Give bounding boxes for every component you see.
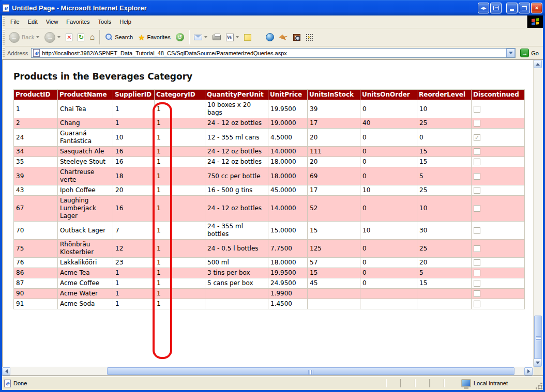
refresh-button[interactable]: ↻ bbox=[75, 33, 87, 42]
table-cell: Chang bbox=[58, 118, 113, 129]
maximize-button[interactable] bbox=[519, 3, 530, 13]
address-dropdown-button[interactable] bbox=[506, 49, 515, 57]
vertical-scroll-thumb[interactable] bbox=[534, 316, 542, 361]
snippet-tool-button[interactable] bbox=[303, 33, 315, 42]
menu-file[interactable]: File bbox=[6, 17, 24, 27]
table-cell: 70 bbox=[14, 222, 58, 240]
table-cell: 19.9500 bbox=[268, 268, 308, 278]
table-cell bbox=[360, 289, 417, 299]
table-cell: 87 bbox=[14, 278, 58, 289]
menu-favorites[interactable]: Favorites bbox=[62, 17, 94, 27]
scroll-up-button[interactable] bbox=[534, 60, 542, 68]
discontinued-checkbox bbox=[474, 290, 480, 297]
discontinued-checkbox bbox=[474, 159, 480, 165]
menu-help[interactable]: Help bbox=[115, 17, 135, 27]
pan-arrows-button[interactable]: ◂▸ bbox=[478, 3, 489, 13]
horizontal-scrollbar[interactable] bbox=[2, 367, 534, 376]
column-header-unitsonorder: UnitsOnOrder bbox=[360, 90, 417, 100]
word-dropdown-icon[interactable] bbox=[236, 36, 239, 38]
local-intranet-icon bbox=[461, 379, 471, 387]
table-cell: 20 bbox=[308, 129, 360, 147]
table-cell: 14.0000 bbox=[268, 196, 308, 222]
back-button[interactable]: ← Back bbox=[6, 31, 42, 44]
forward-dropdown-icon[interactable] bbox=[57, 36, 60, 38]
table-cell: 1 bbox=[155, 240, 205, 258]
close-button[interactable]: × bbox=[531, 3, 542, 13]
browser-viewport: Products in the Beverages Category Produ… bbox=[2, 60, 533, 367]
address-label: Address bbox=[7, 50, 28, 56]
menu-edit[interactable]: Edit bbox=[24, 17, 42, 27]
blue-sphere-icon bbox=[266, 33, 274, 41]
search-icon bbox=[104, 33, 113, 41]
toolbar-grip[interactable] bbox=[3, 29, 5, 45]
search-button[interactable]: Search bbox=[102, 32, 135, 42]
minimize-button[interactable] bbox=[506, 3, 518, 13]
resize-grip[interactable] bbox=[536, 383, 542, 389]
scroll-down-button[interactable] bbox=[534, 358, 542, 367]
table-row: 90Acme Water111.9900 bbox=[14, 289, 525, 299]
standard-toolbar: ← Back → ✕ ↻ ⌂ Search ★ Favorites ↺ W bbox=[2, 28, 543, 46]
table-cell: Guaraná Fantástica bbox=[58, 129, 113, 147]
scroll-left-button[interactable] bbox=[2, 367, 10, 375]
menu-grip[interactable] bbox=[3, 17, 5, 27]
edit-with-word-button[interactable]: W bbox=[223, 33, 241, 42]
discontinued-checkbox bbox=[474, 187, 480, 194]
table-cell: 86 bbox=[14, 268, 58, 278]
table-row: 43Ipoh Coffee20116 - 500 g tins45.000017… bbox=[14, 185, 525, 196]
address-url[interactable]: http://localhost:3982/ASPNET_Data_Tutori… bbox=[42, 50, 506, 56]
back-dropdown-icon[interactable] bbox=[36, 36, 39, 38]
stop-button[interactable]: ✕ bbox=[63, 33, 75, 42]
security-zone-pane: Local intranet bbox=[461, 377, 508, 390]
table-row: 1Chai Tea1110 boxes x 20 bags19.95003901… bbox=[14, 100, 525, 118]
table-cell: 18.0000 bbox=[268, 167, 308, 185]
back-icon: ← bbox=[9, 32, 20, 43]
menu-view[interactable]: View bbox=[42, 17, 63, 27]
table-cell: 125 bbox=[308, 240, 360, 258]
bird-icon bbox=[279, 35, 288, 40]
table-cell: 5 cans per box bbox=[205, 278, 268, 289]
table-cell-discontinued bbox=[472, 278, 525, 289]
table-cell: 39 bbox=[308, 100, 360, 118]
table-cell: 10 bbox=[417, 100, 472, 118]
mail-button[interactable] bbox=[191, 34, 210, 41]
table-cell: 15 bbox=[417, 157, 472, 167]
horizontal-scroll-thumb[interactable] bbox=[107, 367, 514, 375]
history-button[interactable]: ↺ bbox=[173, 32, 187, 42]
table-cell: Ipoh Coffee bbox=[58, 185, 113, 196]
table-cell: 24 bbox=[14, 129, 58, 147]
forward-button[interactable]: → bbox=[42, 31, 63, 44]
scroll-right-button[interactable] bbox=[524, 367, 533, 375]
bird-tool-button[interactable] bbox=[277, 34, 291, 41]
table-cell: 3 tins per box bbox=[205, 268, 268, 278]
notes-button[interactable] bbox=[241, 33, 254, 42]
address-input[interactable]: e http://localhost:3982/ASPNET_Data_Tuto… bbox=[31, 48, 516, 58]
products-gridview: ProductIDProductNameSupplierIDCategoryID… bbox=[13, 89, 525, 309]
arrow-down-icon bbox=[536, 362, 540, 364]
favorites-button[interactable]: ★ Favorites bbox=[135, 33, 173, 42]
table-cell-discontinued bbox=[472, 258, 525, 268]
table-cell: 91 bbox=[14, 299, 58, 309]
discontinued-checkbox bbox=[474, 259, 480, 266]
table-cell: 500 ml bbox=[205, 258, 268, 268]
messenger-button[interactable] bbox=[263, 32, 277, 42]
vertical-scrollbar[interactable] bbox=[533, 60, 543, 367]
research-button[interactable] bbox=[291, 33, 303, 42]
table-cell: 15 bbox=[308, 222, 360, 240]
table-cell: 0 bbox=[360, 278, 417, 289]
status-message-pane: e Done bbox=[4, 380, 27, 387]
stop-icon: ✕ bbox=[66, 34, 72, 41]
pop-out-button[interactable] bbox=[490, 3, 502, 13]
address-grip[interactable] bbox=[3, 48, 5, 58]
menu-tools[interactable]: Tools bbox=[94, 17, 116, 27]
arrow-up-icon bbox=[536, 63, 540, 66]
table-cell: 67 bbox=[14, 196, 58, 222]
print-button[interactable] bbox=[210, 34, 223, 41]
table-cell: 10 bbox=[113, 129, 155, 147]
table-cell: 18.0000 bbox=[268, 258, 308, 268]
table-row: 34Sasquatch Ale16124 - 12 oz bottles14.0… bbox=[14, 147, 525, 157]
go-button[interactable]: → Go bbox=[518, 48, 541, 58]
mail-dropdown-icon[interactable] bbox=[204, 36, 207, 38]
ie-window: { "window": { "title": "Untitled Page - … bbox=[0, 0, 545, 392]
home-button[interactable]: ⌂ bbox=[87, 32, 97, 42]
discontinued-checkbox bbox=[474, 301, 480, 307]
